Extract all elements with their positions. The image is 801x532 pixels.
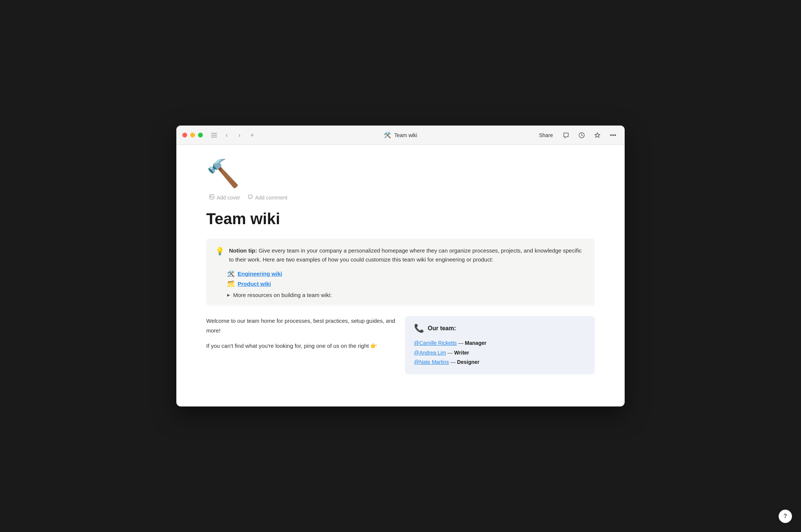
team-member-3-handle[interactable]: @Nate Martins — [414, 359, 449, 365]
history-button[interactable] — [576, 130, 587, 141]
svg-rect-1 — [211, 135, 217, 136]
page-title: Team wiki — [206, 210, 595, 228]
titlebar-center: 🛠️ Team wiki — [384, 132, 417, 139]
comment-button[interactable] — [560, 130, 572, 141]
help-label: ? — [783, 513, 787, 520]
favorite-button[interactable] — [592, 130, 603, 141]
svg-point-5 — [210, 195, 211, 196]
nav-controls: ‹ › + — [209, 130, 257, 140]
titlebar-page-icon: 🛠️ — [384, 132, 391, 139]
titlebar: ‹ › + 🛠️ Team wiki Share — [176, 126, 625, 145]
team-member-1-handle[interactable]: @Camille Ricketts — [414, 340, 457, 346]
app-window: ‹ › + 🛠️ Team wiki Share — [176, 126, 625, 406]
team-card-title: Our team: — [428, 325, 456, 332]
add-cover-button[interactable]: Add cover — [206, 193, 243, 202]
two-column-section: Welcome to our team home for processes, … — [206, 316, 595, 374]
team-member-3: @Nate Martins — Designer — [414, 358, 586, 367]
more-options-button[interactable]: ••• — [607, 130, 619, 141]
svg-rect-0 — [211, 133, 217, 134]
add-comment-button[interactable]: Add comment — [245, 193, 290, 202]
product-wiki-label: Product wiki — [238, 281, 271, 287]
page-content: 🔨 Add cover Add com — [176, 145, 625, 406]
team-member-3-separator: — — [450, 359, 457, 365]
team-member-3-role: Designer — [457, 359, 479, 365]
more-resources-label: More resources on building a team wiki: — [233, 292, 332, 298]
new-page-button[interactable]: + — [247, 130, 257, 140]
add-cover-label: Add cover — [217, 195, 240, 201]
page-emoji-icon[interactable]: 🔨 — [206, 160, 595, 187]
share-button[interactable]: Share — [536, 131, 556, 140]
forward-button[interactable]: › — [234, 130, 245, 140]
product-wiki-link[interactable]: 🗂️ Product wiki — [227, 280, 586, 287]
team-member-2-role: Writer — [454, 350, 469, 356]
team-member-1: @Camille Ricketts — Manager — [414, 338, 586, 348]
team-member-1-separator: — — [458, 340, 465, 346]
more-resources-toggle[interactable]: ▶ More resources on building a team wiki… — [227, 292, 586, 298]
add-comment-label: Add comment — [255, 195, 287, 201]
callout-box: 💡 Notion tip: Give every team in your co… — [206, 239, 595, 306]
callout-links: 🛠️ Engineering wiki 🗂️ Product wiki ▶ Mo… — [227, 270, 586, 298]
back-button[interactable]: ‹ — [222, 130, 232, 140]
close-button[interactable] — [182, 133, 187, 137]
tools-icon: 🛠️ — [227, 270, 235, 277]
sidebar-toggle-button[interactable] — [209, 130, 219, 140]
maximize-button[interactable] — [198, 133, 203, 137]
product-icon: 🗂️ — [227, 280, 235, 287]
traffic-lights — [182, 133, 203, 137]
team-card: 📞 Our team: @Camille Ricketts — Manager … — [405, 316, 595, 374]
welcome-paragraph-2: If you can't find what you're looking fo… — [206, 341, 396, 351]
engineering-wiki-label: Engineering wiki — [238, 270, 282, 277]
team-member-2: @Andrea Lim — Writer — [414, 348, 586, 358]
help-button[interactable]: ? — [779, 510, 792, 523]
svg-rect-2 — [211, 137, 217, 137]
team-member-2-handle[interactable]: @Andrea Lim — [414, 350, 446, 356]
callout-prefix: Notion tip: — [229, 247, 257, 254]
team-member-1-role: Manager — [465, 340, 486, 346]
more-icon: ••• — [610, 132, 616, 139]
engineering-wiki-link[interactable]: 🛠️ Engineering wiki — [227, 270, 586, 277]
welcome-column: Welcome to our team home for processes, … — [206, 316, 396, 374]
lightbulb-icon: 💡 — [215, 247, 225, 256]
titlebar-title: Team wiki — [394, 132, 417, 138]
toggle-arrow-icon: ▶ — [227, 293, 230, 297]
team-member-2-separator: — — [448, 350, 454, 356]
minimize-button[interactable] — [190, 133, 195, 137]
callout-body: Give every team in your company a person… — [229, 247, 582, 263]
welcome-paragraph-1: Welcome to our team home for processes, … — [206, 316, 396, 335]
titlebar-right: Share ••• — [536, 130, 619, 141]
phone-icon: 📞 — [414, 324, 424, 333]
image-icon — [209, 194, 214, 201]
comment-icon — [248, 194, 253, 201]
callout-header: 💡 Notion tip: Give every team in your co… — [215, 246, 586, 264]
page-actions: Add cover Add comment — [206, 193, 595, 202]
callout-text: Notion tip: Give every team in your comp… — [229, 246, 586, 264]
team-card-header: 📞 Our team: — [414, 324, 586, 333]
